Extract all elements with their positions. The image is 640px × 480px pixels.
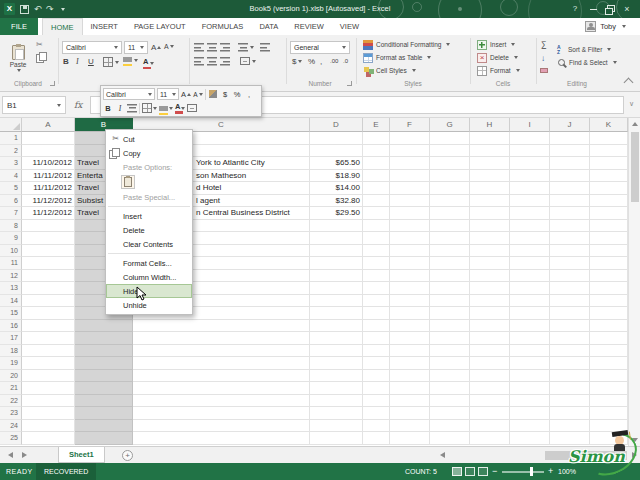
- row-header-21[interactable]: 21: [0, 382, 22, 395]
- cell-G5[interactable]: [430, 182, 470, 195]
- menu-item-delete[interactable]: Delete: [106, 223, 192, 237]
- number-format-select[interactable]: General: [290, 41, 350, 54]
- paste-option-button[interactable]: [121, 175, 135, 189]
- page-layout-view-button[interactable]: [465, 467, 475, 476]
- cell-I9[interactable]: [510, 232, 550, 245]
- cell-I5[interactable]: [510, 182, 550, 195]
- cell-E8[interactable]: [363, 220, 390, 233]
- row-header-23[interactable]: 23: [0, 407, 22, 420]
- align-bottom-button[interactable]: [220, 43, 230, 52]
- row-header-9[interactable]: 9: [0, 232, 22, 245]
- cell-K1[interactable]: [590, 132, 628, 145]
- sheet-nav-right-icon[interactable]: [22, 452, 27, 458]
- row-header-11[interactable]: 11: [0, 257, 22, 270]
- vertical-scrollbar[interactable]: [628, 118, 640, 446]
- column-header-H[interactable]: H: [470, 118, 510, 132]
- cell-H6[interactable]: [470, 195, 510, 208]
- cell-G22[interactable]: [430, 395, 470, 408]
- cell-A18[interactable]: [22, 345, 75, 358]
- cell-B22[interactable]: [75, 395, 133, 408]
- cell-K19[interactable]: [590, 357, 628, 370]
- percent-style-button[interactable]: %: [308, 57, 315, 66]
- grow-font-button[interactable]: A: [151, 43, 161, 52]
- cell-I15[interactable]: [510, 307, 550, 320]
- cell-F17[interactable]: [390, 332, 430, 345]
- cell-D1[interactable]: [310, 132, 363, 145]
- cell-G15[interactable]: [430, 307, 470, 320]
- cell-J18[interactable]: [550, 345, 590, 358]
- cell-E16[interactable]: [363, 320, 390, 333]
- tab-page-layout[interactable]: PAGE LAYOUT: [126, 18, 194, 35]
- comma-style-button[interactable]: ,: [320, 57, 322, 66]
- cell-G12[interactable]: [430, 270, 470, 283]
- cell-J9[interactable]: [550, 232, 590, 245]
- sheet-tab-sheet1[interactable]: Sheet1: [58, 447, 105, 463]
- number-dialog-launcher-icon[interactable]: [347, 81, 352, 86]
- cell-K3[interactable]: [590, 157, 628, 170]
- row-header-4[interactable]: 4: [0, 170, 22, 183]
- cell-D24[interactable]: [310, 420, 363, 433]
- editing-button-0[interactable]: Sort & Filter: [554, 43, 618, 56]
- cell-A24[interactable]: [22, 420, 75, 433]
- cell-D17[interactable]: [310, 332, 363, 345]
- scroll-left-icon[interactable]: [440, 452, 445, 458]
- cell-H8[interactable]: [470, 220, 510, 233]
- cell-C20[interactable]: [133, 370, 310, 383]
- cell-I11[interactable]: [510, 257, 550, 270]
- cell-E20[interactable]: [363, 370, 390, 383]
- row-header-3[interactable]: 3: [0, 157, 22, 170]
- cell-F19[interactable]: [390, 357, 430, 370]
- mini-shrink-font-button[interactable]: A: [193, 88, 203, 100]
- cell-F15[interactable]: [390, 307, 430, 320]
- cell-C19[interactable]: [133, 357, 310, 370]
- normal-view-button[interactable]: [452, 467, 462, 476]
- cell-F12[interactable]: [390, 270, 430, 283]
- cell-I24[interactable]: [510, 420, 550, 433]
- cell-F23[interactable]: [390, 407, 430, 420]
- row-header-7[interactable]: 7: [0, 207, 22, 220]
- cell-H1[interactable]: [470, 132, 510, 145]
- menu-item-hide[interactable]: Hide: [106, 284, 192, 298]
- cell-K23[interactable]: [590, 407, 628, 420]
- accounting-format-button[interactable]: $: [292, 57, 302, 66]
- menu-item-unhide[interactable]: Unhide: [106, 298, 192, 312]
- sheet-nav-left-icon[interactable]: [8, 452, 13, 458]
- mini-bold-button[interactable]: B: [103, 102, 113, 114]
- select-all-corner[interactable]: [0, 118, 22, 132]
- row-header-17[interactable]: 17: [0, 332, 22, 345]
- cell-F25[interactable]: [390, 432, 430, 445]
- cell-E13[interactable]: [363, 282, 390, 295]
- cell-G11[interactable]: [430, 257, 470, 270]
- scroll-up-icon[interactable]: [632, 122, 638, 126]
- row-header-16[interactable]: 16: [0, 320, 22, 333]
- cell-F24[interactable]: [390, 420, 430, 433]
- mini-font-size-select[interactable]: 11: [157, 88, 179, 100]
- tab-home[interactable]: HOME: [42, 18, 83, 35]
- cell-H19[interactable]: [470, 357, 510, 370]
- row-header-19[interactable]: 19: [0, 357, 22, 370]
- cell-F7[interactable]: [390, 207, 430, 220]
- mini-accounting-button[interactable]: $: [220, 88, 230, 100]
- row-header-12[interactable]: 12: [0, 270, 22, 283]
- undo-button[interactable]: ↶: [34, 4, 42, 14]
- cell-A21[interactable]: [22, 382, 75, 395]
- row-header-13[interactable]: 13: [0, 282, 22, 295]
- collapse-ribbon-icon[interactable]: [624, 78, 634, 88]
- editing-button-1[interactable]: Find & Select: [554, 56, 618, 69]
- row-header-25[interactable]: 25: [0, 432, 22, 445]
- tab-data[interactable]: DATA: [251, 18, 286, 35]
- cell-F16[interactable]: [390, 320, 430, 333]
- cell-G3[interactable]: [430, 157, 470, 170]
- cell-K9[interactable]: [590, 232, 628, 245]
- cell-J7[interactable]: [550, 207, 590, 220]
- cell-K13[interactable]: [590, 282, 628, 295]
- cell-F5[interactable]: [390, 182, 430, 195]
- cell-J4[interactable]: [550, 170, 590, 183]
- cell-H24[interactable]: [470, 420, 510, 433]
- fill-button[interactable]: ↓: [541, 54, 545, 63]
- cell-D7[interactable]: $29.50: [310, 207, 363, 220]
- cell-G20[interactable]: [430, 370, 470, 383]
- cell-K22[interactable]: [590, 395, 628, 408]
- cell-F20[interactable]: [390, 370, 430, 383]
- cell-A1[interactable]: [22, 132, 75, 145]
